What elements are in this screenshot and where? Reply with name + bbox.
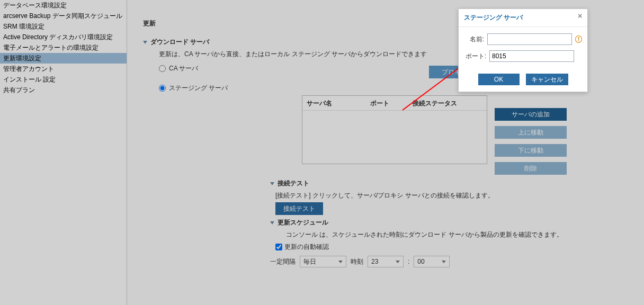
section-schedule-label: 更新スケジュール	[278, 218, 328, 227]
conntest-desc: [接続テスト] クリックして、サーバ/プロキシ サーバとの接続を確認します。	[275, 191, 628, 200]
port-input[interactable]	[489, 50, 574, 62]
minute-value: 00	[417, 258, 439, 265]
section-update-schedule[interactable]: 更新スケジュール	[270, 218, 628, 227]
chevron-down-icon	[442, 261, 446, 263]
server-table: サーバ名 ポート 接続ステータス	[302, 95, 487, 164]
move-up-button[interactable]: 上に移動	[495, 126, 567, 139]
minute-select[interactable]: 00	[414, 256, 450, 267]
radio-ca-label: CA サーバ	[169, 64, 198, 73]
staging-server-dialog: ステージング サーバ × 名前: ! ポート: OK キャンセル	[458, 8, 588, 92]
error-icon: !	[575, 35, 582, 43]
sidebar-item-database[interactable]: データベース環境設定	[0, 0, 127, 11]
interval-value: 毎日	[303, 257, 335, 266]
delete-button[interactable]: 削除	[495, 162, 567, 175]
connection-test-button[interactable]: 接続テスト	[275, 202, 323, 215]
radio-staging-server[interactable]	[159, 85, 166, 92]
add-server-button[interactable]: サーバの追加	[495, 108, 567, 121]
section-download-label: ダウンロード サーバ	[150, 38, 209, 47]
chevron-down-icon	[143, 41, 147, 44]
section-connection-test[interactable]: 接続テスト	[270, 179, 628, 188]
sidebar-item-share-plan[interactable]: 共有プラン	[0, 85, 127, 95]
move-down-button[interactable]: 下に移動	[495, 144, 567, 157]
name-label: 名前:	[464, 35, 484, 44]
port-label: ポート:	[464, 52, 486, 61]
sidebar-item-srm[interactable]: SRM 環境設定	[0, 21, 127, 32]
interval-select[interactable]: 毎日	[300, 256, 346, 267]
sidebar-item-email-alert[interactable]: 電子メールとアラートの環境設定	[0, 42, 127, 53]
radio-staging-label: ステージング サーバ	[169, 84, 228, 93]
hour-value: 23	[371, 258, 392, 265]
interval-label: 一定間隔	[270, 257, 296, 266]
col-server-name: サーバ名	[307, 99, 370, 108]
chevron-down-icon	[270, 182, 274, 185]
auto-check-label: 更新の自動確認	[284, 243, 329, 252]
chevron-down-icon	[338, 261, 343, 263]
time-sep: :	[408, 258, 409, 265]
name-input[interactable]	[487, 33, 572, 45]
hour-select[interactable]: 23	[368, 256, 404, 267]
cancel-button[interactable]: キャンセル	[526, 74, 568, 85]
section-conntest-label: 接続テスト	[278, 179, 309, 188]
radio-ca-server[interactable]	[159, 65, 166, 72]
dialog-title: ステージング サーバ	[464, 14, 523, 21]
schedule-desc: コンソール は、スケジュールされた時刻にダウンロード サーバから製品の更新を確認…	[286, 230, 628, 239]
ok-button[interactable]: OK	[478, 74, 520, 85]
chevron-down-icon	[270, 221, 274, 225]
sidebar-item-backup-sync[interactable]: arcserve Backup データ同期スケジュール	[0, 11, 127, 21]
sidebar-item-install[interactable]: インストール 設定	[0, 74, 127, 85]
col-status: 接続ステータス	[413, 99, 482, 108]
col-port: ポート	[370, 99, 413, 108]
time-label: 時刻	[351, 257, 363, 266]
sidebar-item-update[interactable]: 更新環境設定	[0, 53, 127, 64]
sidebar-item-admin-account[interactable]: 管理者アカウント	[0, 64, 127, 74]
sidebar-item-ad-discovery[interactable]: Active Directory ディスカバリ環境設定	[0, 32, 127, 42]
close-icon[interactable]: ×	[576, 12, 584, 21]
auto-check-checkbox[interactable]	[275, 244, 282, 250]
chevron-down-icon	[396, 261, 400, 263]
sidebar: データベース環境設定 arcserve Backup データ同期スケジュール S…	[0, 0, 127, 305]
